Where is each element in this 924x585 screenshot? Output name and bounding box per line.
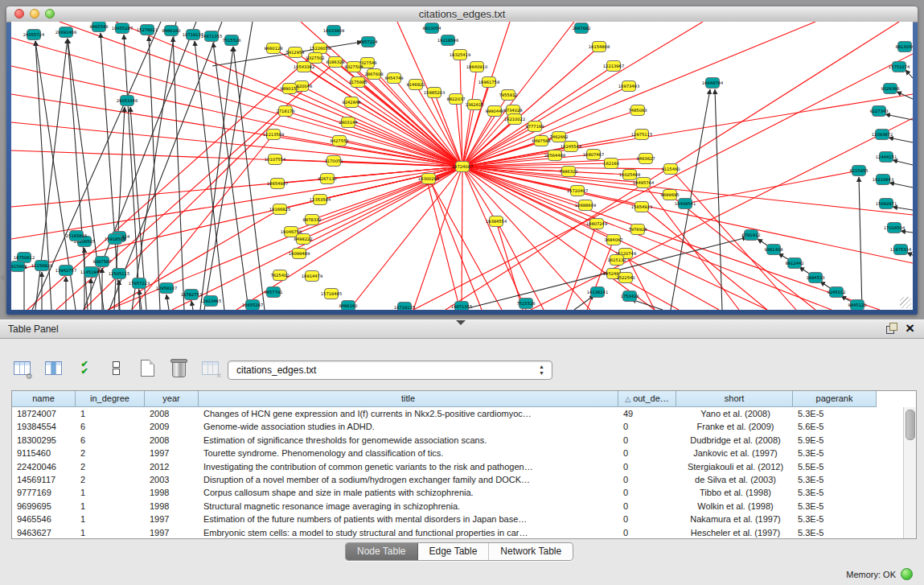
graph-node[interactable]: 12505115 xyxy=(109,269,129,279)
graph-node[interactable]: 9699695 xyxy=(660,190,679,200)
table-selector-dropdown[interactable]: citations_edges.txt ▲▼ xyxy=(228,360,552,380)
graph-node[interactable]: 9990448 xyxy=(485,106,503,117)
table-row[interactable]: 1830029562008Estimation of significance … xyxy=(12,434,904,447)
graph-node[interactable]: 9397587 xyxy=(92,257,111,267)
graph-node[interactable]: 12353584 xyxy=(310,195,331,205)
tab-network-table[interactable]: Network Table xyxy=(489,543,573,560)
graph-node[interactable]: 16961758 xyxy=(478,77,499,88)
graph-node[interactable]: 9845120 xyxy=(848,300,866,311)
graph-node[interactable]: 9660128 xyxy=(264,43,282,54)
graph-node[interactable]: 5912954 xyxy=(285,47,305,58)
table-row[interactable]: 1938455462009Genome-wide association stu… xyxy=(12,420,904,433)
column-header-out_de[interactable]: △out_de… xyxy=(618,391,676,407)
graph-node[interactable]: 7986322 xyxy=(559,167,577,177)
column-header-year[interactable]: year xyxy=(145,391,199,407)
graph-node[interactable]: 13942757 xyxy=(55,266,76,276)
graph-node[interactable]: 7485063 xyxy=(628,105,647,116)
row-layout-icon[interactable] xyxy=(105,357,126,378)
graph-node[interactable]: 7625402 xyxy=(270,270,289,281)
graph-node[interactable]: 8498222 xyxy=(294,234,312,245)
graph-node[interactable]: 19166825 xyxy=(269,204,290,215)
graph-node[interactable]: 10719135 xyxy=(394,303,415,311)
graph-node[interactable]: 24055724 xyxy=(23,30,45,40)
graph-node[interactable]: 9890157 xyxy=(280,84,298,94)
graph-node[interactable]: 9463627 xyxy=(636,154,655,164)
graph-node[interactable]: 162160 xyxy=(603,159,619,169)
graph-node[interactable]: 12975115 xyxy=(631,130,652,140)
table-mode-icon[interactable]: ⚙ xyxy=(11,357,32,378)
graph-node[interactable]: 16409541 xyxy=(675,199,696,209)
graph-node[interactable]: 2687682 xyxy=(572,23,590,34)
graph-node[interactable]: 15276021 xyxy=(137,25,158,35)
graph-node[interactable]: 14671355 xyxy=(201,31,222,42)
delete-column-icon[interactable] xyxy=(168,357,189,378)
graph-node[interactable]: 9327508 xyxy=(344,62,363,72)
tab-node-table[interactable]: Node Table xyxy=(346,543,418,560)
graph-node[interactable]: 3175685 xyxy=(348,77,367,88)
graph-node[interactable]: 9242848 xyxy=(342,97,360,108)
graph-node[interactable]: 9115460 xyxy=(661,164,680,175)
graph-node[interactable]: 8427552 xyxy=(330,136,348,146)
table-row[interactable]: 1872400712008Changes of HCN gene express… xyxy=(12,407,904,420)
graph-node[interactable]: 8267130 xyxy=(318,174,336,184)
graph-node[interactable]: 10107554 xyxy=(265,154,286,165)
table-row[interactable]: 911546021997Tourette syndrome. Phenomeno… xyxy=(12,447,904,459)
scrollbar-thumb[interactable] xyxy=(906,410,915,440)
graph-node[interactable]: 1753426 xyxy=(620,291,639,302)
graph-node[interactable]: 1694533 xyxy=(806,273,824,283)
network-window-titlebar[interactable]: citations_edges.txt xyxy=(6,6,918,23)
graph-node[interactable]: 20691406 xyxy=(55,27,76,38)
graph-node[interactable]: 9146821 xyxy=(406,80,425,90)
table-row[interactable]: 2242004622012Investigating the contribut… xyxy=(12,460,904,473)
graph-node[interactable]: 8813054 xyxy=(422,23,441,34)
graph-node[interactable]: 8878332 xyxy=(302,215,321,225)
table-row[interactable]: 977716911998Corpus callosum shape and si… xyxy=(12,486,904,499)
splitter-grip[interactable] xyxy=(456,320,466,325)
graph-node[interactable]: 9777169 xyxy=(525,122,544,132)
graph-node[interactable]: 3915903 xyxy=(11,262,27,272)
graph-node[interactable]: 8822037 xyxy=(446,94,465,105)
graph-node[interactable]: 10688609 xyxy=(575,200,596,211)
graph-node[interactable]: 29053346 xyxy=(117,96,138,106)
graph-node[interactable]: 1615132 xyxy=(607,255,626,266)
graph-node[interactable]: 14136141 xyxy=(587,287,608,298)
graph-node[interactable]: 15885203 xyxy=(424,88,445,98)
graph-node[interactable]: 7515526 xyxy=(222,35,240,46)
graph-node[interactable]: 6497568 xyxy=(532,136,550,146)
graph-node[interactable]: 3684067 xyxy=(604,235,622,245)
graph-node[interactable]: 18654987 xyxy=(267,179,288,189)
graph-node[interactable]: 9465546 xyxy=(89,22,108,32)
column-header-in_degree[interactable]: in_degree xyxy=(76,391,145,407)
graph-node[interactable]: 14671355 xyxy=(451,302,472,311)
graph-node[interactable]: 7462662 xyxy=(549,132,568,142)
graph-node[interactable]: 2522540 xyxy=(616,273,634,283)
show-columns-icon[interactable] xyxy=(43,357,64,378)
graph-node[interactable]: 19384554 xyxy=(486,216,507,227)
graph-node[interactable]: 16033809 xyxy=(323,26,344,36)
graph-node[interactable]: 8912442 xyxy=(785,258,803,269)
graph-node[interactable]: 9227343 xyxy=(869,106,888,117)
column-header-name[interactable]: name xyxy=(12,391,76,407)
citation-network-graph[interactable]: 2405572420691406946554610655287152760218… xyxy=(11,22,913,310)
graph-node[interactable]: 2803144 xyxy=(339,117,358,128)
graph-node[interactable]: 18325419 xyxy=(450,50,470,60)
graph-node[interactable]: 8466160 xyxy=(162,26,180,36)
graph-node[interactable]: 8186328 xyxy=(326,57,344,68)
graph-node[interactable]: 7955812 xyxy=(499,90,517,101)
tab-edge-table[interactable]: Edge Table xyxy=(418,543,490,560)
graph-node[interactable]: 16648784 xyxy=(702,78,724,89)
float-panel-icon[interactable] xyxy=(886,323,897,334)
table-row[interactable]: 946554611997Estimation of the future num… xyxy=(12,513,904,525)
graph-node[interactable]: 9329366 xyxy=(881,84,899,94)
graph-node[interactable]: 19218596 xyxy=(437,35,458,46)
column-header-pagerank[interactable]: pagerank xyxy=(793,391,877,407)
graph-node[interactable]: 12923465 xyxy=(200,296,221,307)
graph-node[interactable]: 7515526 xyxy=(516,299,535,309)
graph-node[interactable]: 2867608 xyxy=(364,69,383,80)
graph-node[interactable]: 15716485 xyxy=(321,289,342,299)
graph-node[interactable]: 16154808 xyxy=(589,42,610,52)
table-row[interactable]: 1456911722003Disruption of a novel membe… xyxy=(12,473,904,486)
hidden-panel-grip[interactable] xyxy=(0,274,5,282)
column-header-short[interactable]: short xyxy=(676,391,793,407)
graph-node[interactable]: 8466160 xyxy=(339,301,357,311)
